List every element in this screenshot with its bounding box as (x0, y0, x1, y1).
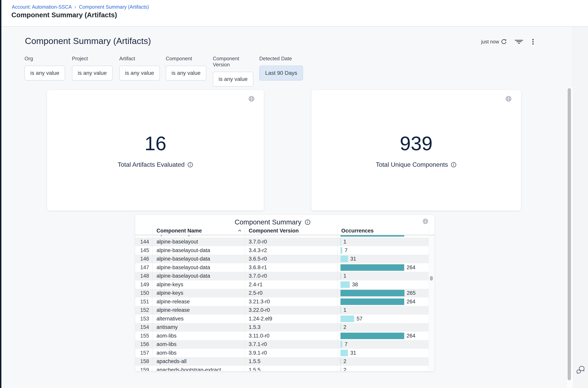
table-row[interactable]: 152alpine-release3.22.0-r01 (135, 306, 429, 315)
table-row[interactable]: 153alternatives1.24-2.el957 (135, 315, 429, 323)
info-icon[interactable] (187, 162, 193, 168)
table-row[interactable]: 159apacheds-bootstrap-extract1.5.52 (135, 366, 429, 371)
row-index: 153 (135, 315, 149, 323)
column-header-component-version[interactable]: Component Version (249, 227, 299, 235)
filter-detected-date: Detected Date Last 90 Days (259, 56, 303, 80)
collapsed-sidebar-edge[interactable] (0, 0, 1, 388)
globe-icon[interactable] (422, 218, 429, 224)
filter-project-value-button[interactable]: is any value (72, 66, 112, 80)
table-row[interactable]: 149alpine-keys2.4-r138 (135, 280, 429, 289)
occurrences-value: 264 (407, 263, 415, 272)
refresh-button[interactable] (500, 37, 508, 46)
occurrences-bar[interactable] (341, 256, 348, 262)
info-icon[interactable] (451, 162, 457, 168)
table-row[interactable]: 143alpine-baselayout3.6.8-r1264 (135, 235, 429, 238)
occurrences-bar[interactable] (341, 358, 341, 365)
table-row[interactable]: 147alpine-baselayout-data3.6.8-r1264 (135, 263, 429, 272)
component-version-cell: 3.9.1-r0 (249, 349, 267, 357)
table-scrollbar-thumb[interactable] (430, 276, 433, 281)
occurrences-bar[interactable] (341, 235, 404, 237)
row-index: 155 (135, 332, 149, 340)
occurrences-value: 264 (407, 332, 415, 340)
occurrences-value: 1 (343, 306, 346, 315)
row-index: 149 (135, 280, 149, 289)
component-version-cell: 3.7.0-r0 (249, 272, 267, 280)
page-scrollbar-thumb[interactable] (567, 88, 571, 380)
occurrences-bar[interactable] (341, 281, 350, 288)
table-row[interactable]: 144alpine-baselayout3.7.0-r01 (135, 238, 429, 246)
row-index: 144 (135, 238, 149, 246)
filter-component-version-label: Component Version (213, 56, 253, 68)
column-header-component-name[interactable]: Component Name (156, 227, 202, 235)
filter-component-value-button[interactable]: is any value (166, 66, 206, 80)
table-row[interactable]: 148alpine-baselayout-data3.7.0-r01 (135, 272, 429, 280)
component-name-cell: alpine-baselayout-data (156, 246, 210, 255)
filter-org-label: Org (24, 56, 65, 62)
filter-component-version-value-button[interactable]: is any value (213, 72, 253, 87)
row-index: 151 (135, 297, 149, 306)
last-refreshed-label: just now (481, 39, 499, 45)
chat-help-icon[interactable] (575, 365, 586, 375)
component-version-cell: 3.22.0-r0 (249, 306, 270, 315)
dashboard-filters-button[interactable] (515, 37, 523, 46)
filter-detected-date-label: Detected Date (259, 56, 303, 62)
column-divider (152, 227, 153, 371)
row-index: 147 (135, 263, 149, 272)
component-name-cell: apacheds-all (156, 357, 187, 366)
occurrences-bar[interactable] (341, 290, 404, 296)
right-margin (573, 27, 588, 388)
filter-project-label: Project (72, 56, 112, 62)
column-divider (337, 227, 338, 371)
occurrences-bar[interactable] (341, 239, 341, 245)
column-header-occurrences[interactable]: Occurrences (341, 227, 374, 235)
table-row[interactable]: 151alpine-release3.21.3-r0264 (135, 297, 429, 306)
occurrences-bar[interactable] (341, 247, 342, 254)
filter-detected-date-value-button[interactable]: Last 90 Days (259, 66, 303, 80)
occurrences-bar[interactable] (341, 307, 341, 313)
table-row[interactable]: 154antisamy1.5.32 (135, 323, 429, 332)
dashboard-more-button[interactable] (529, 37, 537, 46)
globe-icon[interactable] (505, 96, 512, 102)
table-row[interactable]: 155aom-libs3.11.0-r0264 (135, 332, 429, 340)
occurrences-bar[interactable] (341, 350, 348, 356)
filter-artifact-label: Artifact (119, 56, 160, 62)
occurrences-bar[interactable] (341, 333, 404, 339)
filter-component-version: Component Version is any value (213, 56, 253, 87)
occurrences-bar[interactable] (341, 264, 404, 271)
occurrences-bar[interactable] (341, 324, 341, 330)
globe-icon[interactable] (248, 96, 255, 102)
occurrences-value: 1 (343, 238, 346, 246)
top-bar: Account: Automation-SSCA › Component Sum… (0, 0, 588, 27)
row-index: 156 (135, 340, 149, 349)
page-scrollbar-track[interactable] (566, 87, 573, 388)
occurrences-bar[interactable] (341, 367, 341, 371)
filter-project: Project is any value (72, 56, 112, 80)
component-name-cell: alpine-baselayout-data (156, 272, 210, 280)
filter-org-value-button[interactable]: is any value (24, 66, 65, 80)
table-row[interactable]: 157aom-libs3.9.1-r031 (135, 349, 429, 357)
occurrences-bar[interactable] (341, 298, 404, 305)
component-version-cell: 1.5.5 (249, 357, 261, 366)
app-screen: Account: Automation-SSCA › Component Sum… (0, 0, 588, 388)
component-name-cell: alpine-release (156, 297, 190, 306)
stat-label: Total Unique Components (376, 161, 448, 168)
info-icon[interactable] (305, 219, 311, 225)
breadcrumb-account-link[interactable]: Account: Automation-SSCA (12, 4, 72, 10)
table-row[interactable]: 156aom-libs3.7.1-r07 (135, 340, 429, 349)
occurrences-bar[interactable] (341, 315, 354, 322)
filter-artifact-value-button[interactable]: is any value (119, 66, 160, 80)
table-scrollbar-track[interactable] (429, 235, 435, 371)
occurrences-value: 57 (357, 315, 362, 323)
occurrences-bar[interactable] (341, 273, 341, 279)
occurrences-value: 264 (407, 297, 415, 306)
occurrences-bar[interactable] (341, 341, 342, 348)
breadcrumb-current-link[interactable]: Component Summary (Artifacts) (79, 4, 149, 10)
sort-asc-icon[interactable] (237, 229, 242, 233)
component-version-cell: 3.7.1-r0 (249, 340, 267, 349)
table-row[interactable]: 150alpine-keys2.5-r0265 (135, 289, 429, 297)
table-row[interactable]: 146alpine-baselayout-data3.6.5-r031 (135, 255, 429, 263)
table-row[interactable]: 145alpine-baselayout-data3.4.3-r27 (135, 246, 429, 255)
table-row[interactable]: 158apacheds-all1.5.52 (135, 357, 429, 366)
filter-icon (515, 39, 523, 44)
component-name-cell: aom-libs (156, 332, 176, 340)
